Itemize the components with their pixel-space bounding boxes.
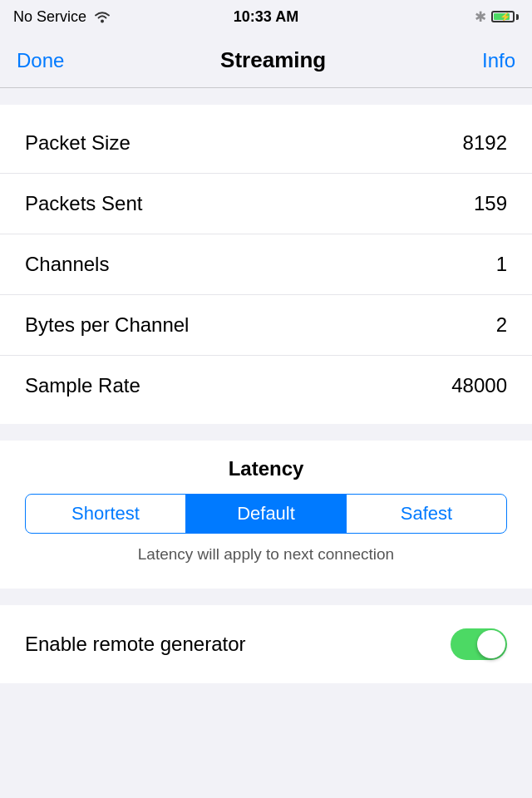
info-table: Packet Size 8192 Packets Sent 159 Channe… xyxy=(0,105,532,424)
info-row-value: 48000 xyxy=(451,374,507,397)
status-left: No Service xyxy=(13,8,111,26)
info-row-label: Packets Sent xyxy=(25,192,142,215)
toggle-thumb xyxy=(477,630,505,658)
nav-bar: Done Streaming Info xyxy=(0,33,532,88)
wifi-icon xyxy=(93,10,111,23)
status-right: ✱ ⚡ xyxy=(475,8,519,26)
remote-generator-row: Enable remote generator xyxy=(0,605,532,683)
info-row-value: 1 xyxy=(496,253,507,276)
battery-indicator: ⚡ xyxy=(491,11,519,22)
page-title: Streaming xyxy=(220,47,326,73)
latency-segmented-control: ShortestDefaultSafest xyxy=(25,494,507,534)
status-bar: No Service 10:33 AM ✱ ⚡ xyxy=(0,0,532,33)
latency-title: Latency xyxy=(25,457,507,480)
info-row-label: Sample Rate xyxy=(25,374,140,397)
carrier-label: No Service xyxy=(13,8,86,26)
battery-bolt-icon: ⚡ xyxy=(500,12,511,21)
latency-option-safest[interactable]: Safest xyxy=(347,495,506,533)
latency-option-default[interactable]: Default xyxy=(186,495,347,533)
latency-section: Latency ShortestDefaultSafest Latency wi… xyxy=(0,441,532,589)
info-row: Sample Rate 48000 xyxy=(0,356,532,416)
remote-generator-label: Enable remote generator xyxy=(25,633,246,656)
info-row: Packet Size 8192 xyxy=(0,113,532,174)
info-button[interactable]: Info xyxy=(482,49,515,72)
info-row: Packets Sent 159 xyxy=(0,174,532,234)
info-row-value: 8192 xyxy=(463,131,507,155)
info-row: Channels 1 xyxy=(0,234,532,295)
info-row-value: 159 xyxy=(474,192,507,215)
remote-generator-toggle[interactable] xyxy=(451,628,507,660)
info-row-value: 2 xyxy=(496,313,507,337)
latency-option-shortest[interactable]: Shortest xyxy=(26,495,186,533)
info-row-label: Packet Size xyxy=(25,131,131,155)
info-row-label: Channels xyxy=(25,253,109,276)
latency-note: Latency will apply to next connection xyxy=(25,545,507,564)
info-row-label: Bytes per Channel xyxy=(25,313,189,337)
status-time: 10:33 AM xyxy=(234,8,298,26)
bluetooth-icon: ✱ xyxy=(475,8,486,26)
done-button[interactable]: Done xyxy=(17,49,64,72)
info-row: Bytes per Channel 2 xyxy=(0,295,532,356)
svg-point-0 xyxy=(101,20,104,23)
